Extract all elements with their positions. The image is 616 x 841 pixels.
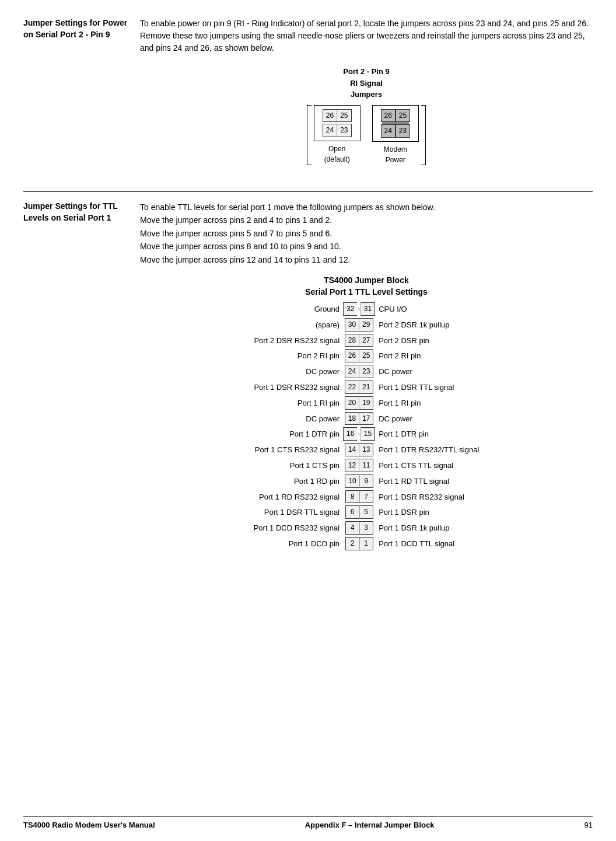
- row-left-label: Port 1 CTS RS232 signal: [251, 442, 342, 458]
- row-right-label: Port 1 CTS TTL signal: [376, 458, 481, 473]
- modem-pin-26: 26: [381, 109, 396, 123]
- row-pins: 1413: [342, 442, 376, 458]
- ttl-desc-line5: Move the jumper across pins 12 and 14 to…: [140, 253, 593, 266]
- row-left-label: (spare): [251, 317, 342, 333]
- pin-right: 1: [359, 537, 373, 550]
- pin-right: 3: [359, 521, 373, 535]
- pin-pair: 1817: [343, 412, 375, 425]
- modem-jumper-box: 26 25 24 23: [372, 105, 419, 142]
- row-right-label: DC power: [376, 411, 481, 427]
- ttl-desc-line3: Move the jumper across pins 5 and 7 to p…: [140, 227, 593, 240]
- pin-left: 4: [345, 521, 359, 535]
- row-pins: 43: [342, 520, 376, 536]
- pin-pair: 32›31: [343, 302, 375, 316]
- pin-pair: 87: [343, 490, 375, 504]
- table-row: Port 1 DTR pin16›15Port 1 DTR pin: [251, 426, 482, 442]
- pin-pair: 109: [343, 474, 375, 488]
- table-row: (spare)3029Port 2 DSR 1k pullup: [251, 317, 482, 333]
- row-pins: 87: [342, 489, 376, 505]
- row-left-label: Port 1 DSR RS232 signal: [251, 379, 342, 395]
- pin-left: 32: [343, 302, 357, 316]
- pin-right: 7: [359, 490, 373, 504]
- row-right-label: Port 1 DTR pin: [376, 426, 481, 442]
- footer-left: TS4000 Radio Modem User's Manual: [23, 821, 155, 829]
- table-row: Port 1 DCD RS232 signal43Port 1 DSR 1k p…: [251, 520, 482, 536]
- open-pin-26: 26: [323, 109, 337, 123]
- row-pins: 109: [342, 473, 376, 489]
- open-pin-24: 24: [323, 124, 337, 137]
- row-pins: 1817: [342, 411, 376, 427]
- row-left-label: Port 1 RD RS232 signal: [251, 489, 342, 505]
- pin-left: 18: [345, 412, 359, 425]
- pin-left: 26: [345, 349, 359, 362]
- row-pins: 2625: [342, 348, 376, 364]
- open-jumper-box: 26 25 24 23: [314, 105, 360, 142]
- modem-pin-25: 25: [396, 109, 410, 123]
- jumper-diagram-container: Port 2 - Pin 9 RI Signal Jumpers 26: [140, 66, 593, 165]
- row-pins: 2423: [342, 364, 376, 379]
- pin-right: 27: [359, 334, 373, 347]
- table-row: Port 1 DCD pin21Port 1 DCD TTL signal: [251, 536, 482, 552]
- pin-right: 9: [359, 474, 373, 488]
- pin-right: 13: [359, 443, 373, 456]
- row-right-label: Port 1 DTR RS232/TTL signal: [376, 442, 481, 458]
- pin-left: 12: [345, 459, 359, 472]
- footer-right: 91: [584, 821, 593, 829]
- table-row: DC power2423DC power: [251, 364, 482, 379]
- open-row2: 24 23: [323, 124, 352, 137]
- power-description: To enable power on pin 9 (RI - Ring Indi…: [140, 18, 593, 54]
- pin-right: 15: [360, 427, 375, 441]
- page: Jumper Settings for Power on Serial Port…: [0, 0, 616, 841]
- pin-right: 31: [360, 302, 375, 316]
- pin-pair: 2423: [343, 365, 375, 378]
- pin-pair: 1211: [343, 459, 375, 472]
- ttl-desc-line4: Move the jumper across pins 8 and 10 to …: [140, 240, 593, 253]
- ttl-desc-line1: To enable TTL levels for serial port 1 m…: [140, 201, 593, 214]
- row-pins: 16›15: [342, 426, 376, 442]
- pin-pair: 65: [343, 505, 375, 519]
- row-left-label: Port 1 DSR TTL signal: [251, 504, 342, 520]
- table-row: Port 1 CTS RS232 signal1413Port 1 DTR RS…: [251, 442, 482, 458]
- row-right-label: Port 2 DSR pin: [376, 333, 481, 348]
- power-section-content: To enable power on pin 9 (RI - Ring Indi…: [140, 18, 593, 165]
- open-pin-23: 23: [337, 124, 351, 137]
- pin-right: 17: [359, 412, 373, 425]
- table-row: Port 1 DSR RS232 signal2221Port 1 DSR TT…: [251, 379, 482, 395]
- pin-left: 16: [343, 427, 357, 441]
- diagram-title-line1: Port 2 - Pin 9: [343, 67, 389, 76]
- pin-pair: 43: [343, 521, 375, 535]
- pin-right: 19: [359, 396, 373, 410]
- row-right-label: Port 1 DSR 1k pullup: [376, 520, 481, 536]
- jumper-table: Ground32›31CPU I/O(spare)3029Port 2 DSR …: [251, 301, 482, 552]
- pin-pair: 2827: [343, 334, 375, 347]
- table-row: Port 1 RD pin109Port 1 RD TTL signal: [251, 473, 482, 489]
- table-row: Port 1 CTS pin1211Port 1 CTS TTL signal: [251, 458, 482, 473]
- modem-label: ModemPower: [384, 144, 407, 165]
- footer: TS4000 Radio Modem User's Manual Appendi…: [23, 816, 593, 829]
- pin-pair: 2221: [343, 381, 375, 394]
- row-left-label: Port 2 DSR RS232 signal: [251, 333, 342, 348]
- row-left-label: Port 1 CTS pin: [251, 458, 342, 473]
- pin-right: 29: [359, 318, 373, 331]
- row-left-label: DC power: [251, 364, 342, 379]
- row-pins: 65: [342, 504, 376, 520]
- row-right-label: DC power: [376, 364, 481, 379]
- table-row: DC power1817DC power: [251, 411, 482, 427]
- pin-left: 20: [345, 396, 359, 410]
- pin-pair: 3029: [343, 318, 375, 331]
- row-right-label: Port 1 DSR pin: [376, 504, 481, 520]
- row-pins: 3029: [342, 317, 376, 333]
- row-pins: 1211: [342, 458, 376, 473]
- power-section: Jumper Settings for Power on Serial Port…: [23, 18, 593, 165]
- row-left-label: DC power: [251, 411, 342, 427]
- open-pin-25: 25: [337, 109, 351, 123]
- footer-center: Appendix F – Internal Jumper Block: [305, 821, 435, 829]
- pin-pair: 16›15: [343, 427, 375, 441]
- modem-row2: 24 23: [381, 124, 411, 138]
- pin-pair: 1413: [343, 443, 375, 456]
- row-right-label: Port 1 DSR RS232 signal: [376, 489, 481, 505]
- row-right-label: Port 2 RI pin: [376, 348, 481, 364]
- pin-left: 14: [345, 443, 359, 456]
- power-section-title: Jumper Settings for Power on Serial Port…: [23, 18, 140, 165]
- jumper-block-title-line2: Serial Port 1 TTL Level Settings: [140, 287, 593, 296]
